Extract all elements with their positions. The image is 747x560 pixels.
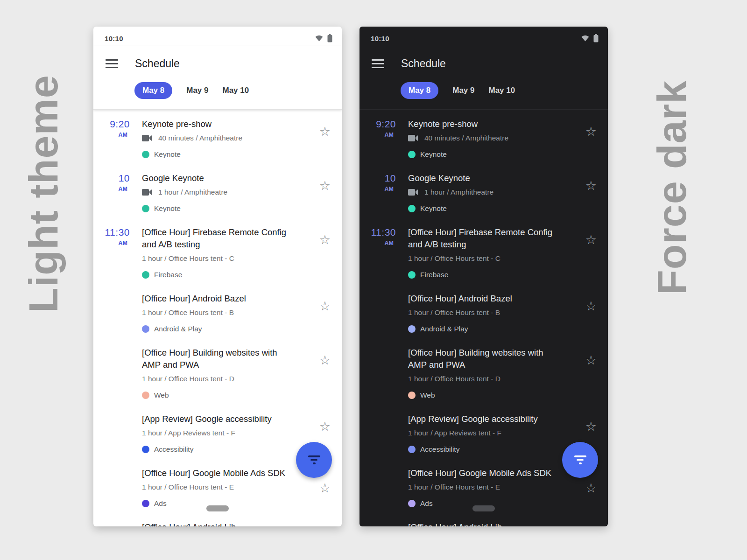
session-title: [Office Hour] Building websites with AMP… (142, 347, 296, 371)
star-icon[interactable]: ☆ (319, 482, 331, 495)
tab-may-9[interactable]: May 9 (186, 86, 208, 95)
tag-dot (408, 205, 416, 212)
session-row[interactable]: [Office Hour] Android Lib (359, 521, 608, 526)
app-bar: Schedule May 8 May 9 May 10 (359, 46, 608, 110)
wifi-icon (581, 35, 589, 42)
session-row[interactable]: [Office Hour] Android Lib (93, 521, 342, 526)
star-icon[interactable]: ☆ (319, 126, 331, 138)
session-meta: 1 hour / Office Hours tent - B (408, 308, 500, 317)
session-tag: Android & Play (408, 324, 579, 334)
session-tag: Web (142, 391, 313, 400)
status-time: 10:10 (371, 35, 389, 42)
star-icon[interactable]: ☆ (319, 354, 331, 367)
session-meta: 40 minutes / Amphitheatre (158, 134, 242, 142)
session-title: [Office Hour] Android Bazel (142, 293, 296, 305)
session-row[interactable]: [Office Hour] Building websites with AMP… (93, 347, 342, 400)
session-title: Google Keynote (408, 172, 562, 184)
star-icon[interactable]: ☆ (585, 300, 597, 313)
session-time (367, 467, 396, 508)
session-row[interactable]: 9:20 AM Keynote pre-show 40 minutes / Am… (93, 118, 342, 159)
home-indicator[interactable] (472, 505, 495, 511)
session-tag: Keynote (142, 204, 313, 213)
session-row[interactable]: [Office Hour] Android Bazel 1 hour / Off… (359, 293, 608, 334)
tag-label: Firebase (420, 271, 448, 279)
session-time (101, 467, 130, 508)
session-meta: 1 hour / Office Hours tent - E (408, 483, 500, 491)
home-indicator[interactable] (206, 505, 229, 511)
hamburger-menu-icon[interactable] (106, 59, 118, 68)
session-title: [Office Hour] Firebase Remote Config and… (408, 226, 562, 251)
session-row[interactable]: 11:30 AM [Office Hour] Firebase Remote C… (359, 226, 608, 280)
filter-fab-button[interactable] (562, 442, 598, 478)
star-icon[interactable]: ☆ (585, 180, 597, 192)
star-icon[interactable]: ☆ (585, 420, 597, 433)
tag-dot (408, 325, 416, 333)
phone-light-theme: 10:10 Schedule May 8 May 9 May 10 9:20 A… (93, 27, 342, 526)
tag-label: Ads (154, 499, 167, 508)
session-tag: Web (408, 391, 579, 400)
tag-label: Android & Play (420, 325, 468, 333)
star-icon[interactable]: ☆ (585, 234, 597, 246)
session-time (101, 347, 130, 400)
session-title: Keynote pre-show (408, 118, 562, 130)
session-time (367, 293, 396, 334)
session-title: [Office Hour] Android Lib (142, 521, 296, 526)
tag-dot (142, 500, 149, 507)
session-meta: 1 hour / Amphitheatre (158, 188, 227, 196)
star-icon[interactable]: ☆ (319, 234, 331, 246)
session-meta: 1 hour / Office Hours tent - D (142, 375, 234, 383)
session-title: [App Review] Google accessibility (142, 413, 296, 425)
tag-dot (408, 446, 416, 453)
session-meta: 40 minutes / Amphitheatre (424, 134, 508, 142)
session-title: [Office Hour] Android Lib (408, 521, 562, 526)
phone-dark-theme: 10:10 Schedule May 8 May 9 May 10 9:20 A… (359, 27, 608, 526)
star-icon[interactable]: ☆ (319, 300, 331, 313)
session-title: [Office Hour] Android Bazel (408, 293, 562, 305)
session-row[interactable]: 10 AM Google Keynote 1 hour / Amphitheat… (359, 172, 608, 213)
status-bar: 10:10 (93, 27, 342, 46)
tab-may-10[interactable]: May 10 (489, 86, 515, 95)
star-icon[interactable]: ☆ (585, 126, 597, 138)
star-icon[interactable]: ☆ (585, 482, 597, 495)
session-title: [Office Hour] Google Mobile Ads SDK (142, 467, 313, 479)
session-title: [Office Hour] Google Mobile Ads SDK (408, 467, 579, 479)
star-icon[interactable]: ☆ (319, 180, 331, 192)
session-time: 10 AM (101, 172, 130, 213)
session-row[interactable]: [Office Hour] Android Bazel 1 hour / Off… (93, 293, 342, 334)
battery-icon (327, 34, 332, 42)
session-row[interactable]: [Office Hour] Building websites with AMP… (359, 347, 608, 400)
tag-label: Web (154, 391, 169, 399)
filter-fab-button[interactable] (296, 442, 332, 478)
star-icon[interactable]: ☆ (585, 354, 597, 367)
video-icon (142, 135, 152, 141)
session-meta: 1 hour / Office Hours tent - B (142, 308, 234, 317)
tab-may-8[interactable]: May 8 (134, 82, 172, 99)
status-bar: 10:10 (359, 27, 608, 46)
hamburger-menu-icon[interactable] (372, 59, 384, 68)
tab-may-9[interactable]: May 9 (452, 86, 474, 95)
session-row[interactable]: 10 AM Google Keynote 1 hour / Amphitheat… (93, 172, 342, 213)
session-row[interactable]: 11:30 AM [Office Hour] Firebase Remote C… (93, 226, 342, 280)
app-bar: Schedule May 8 May 9 May 10 (93, 46, 342, 110)
tab-may-8[interactable]: May 8 (401, 82, 438, 99)
left-theme-caption: Light theme (20, 28, 67, 313)
star-icon[interactable]: ☆ (319, 420, 331, 433)
filter-icon (574, 455, 586, 457)
tag-label: Keynote (420, 150, 447, 159)
tab-may-10[interactable]: May 10 (223, 86, 249, 95)
session-time: 10 AM (367, 172, 396, 213)
session-time (367, 347, 396, 400)
session-meta: 1 hour / App Reviews tent - F (408, 429, 501, 437)
session-time (101, 521, 130, 526)
session-meta: 1 hour / Office Hours tent - C (142, 254, 234, 263)
session-title: Keynote pre-show (142, 118, 296, 130)
session-row[interactable]: 9:20 AM Keynote pre-show 40 minutes / Am… (359, 118, 608, 159)
tag-dot (408, 392, 416, 399)
session-tag: Keynote (408, 204, 579, 213)
tag-dot (142, 271, 149, 279)
wifi-icon (315, 35, 323, 42)
date-tabs: May 8 May 9 May 10 (93, 72, 342, 109)
right-theme-caption: Force dark (648, 24, 696, 295)
tag-label: Ads (420, 499, 433, 508)
tag-label: Accessibility (420, 445, 459, 454)
